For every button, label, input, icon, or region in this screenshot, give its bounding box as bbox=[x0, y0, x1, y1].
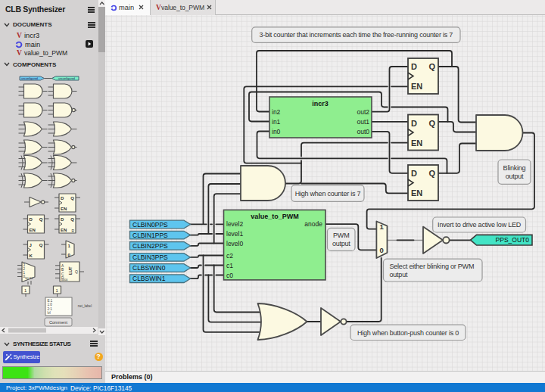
svg-text:CLBSWIN1: CLBSWIN1 bbox=[132, 275, 166, 282]
svg-text:R: R bbox=[71, 229, 74, 233]
svg-text:0000: 0000 bbox=[61, 278, 67, 282]
svg-text:output: output bbox=[390, 271, 408, 278]
svg-text:High when button-push counter: High when button-push counter is 0 bbox=[357, 329, 459, 337]
svg-text:1:0: 1:0 bbox=[48, 303, 53, 306]
svg-text:CLBIN1PPS: CLBIN1PPS bbox=[132, 232, 168, 239]
svg-text:D: D bbox=[61, 196, 64, 201]
svg-text:PWM: PWM bbox=[333, 232, 349, 239]
svg-text:CLBIN0PPS: CLBIN0PPS bbox=[132, 221, 168, 229]
svg-text:Q: Q bbox=[39, 243, 43, 247]
svg-text:c2: c2 bbox=[226, 252, 233, 260]
svg-text:Select either blinking or PWM: Select either blinking or PWM bbox=[390, 263, 475, 270]
svg-text:output: output bbox=[332, 240, 350, 247]
svg-text:Invert to drive active low LED: Invert to drive active low LED bbox=[438, 221, 522, 229]
svg-text:Q: Q bbox=[70, 217, 74, 222]
svg-text:c0: c0 bbox=[226, 272, 233, 279]
svg-text:level1: level1 bbox=[226, 230, 243, 238]
svg-text:D: D bbox=[411, 119, 417, 128]
svg-text:in1: in1 bbox=[272, 118, 281, 126]
svg-text:Blinking: Blinking bbox=[503, 164, 526, 172]
svg-text:level0: level0 bbox=[226, 240, 243, 247]
svg-text:D: D bbox=[30, 217, 33, 222]
svg-text:unconfigured: unconfigured bbox=[58, 77, 75, 80]
svg-text:out0: out0 bbox=[357, 128, 369, 135]
svg-text:1: 1 bbox=[380, 222, 385, 231]
svg-text:Q: Q bbox=[70, 196, 74, 201]
svg-text:c1: c1 bbox=[226, 262, 233, 269]
svg-text:LUT: LUT bbox=[68, 266, 73, 275]
svg-text:K: K bbox=[30, 254, 33, 258]
svg-text:net_label: net_label bbox=[78, 304, 92, 308]
svg-text:D: D bbox=[411, 62, 417, 71]
svg-text:E:1: E:1 bbox=[48, 299, 53, 303]
svg-text:lvl: lvl bbox=[48, 311, 51, 315]
svg-text:B: B bbox=[61, 268, 64, 272]
svg-text:D: D bbox=[61, 217, 64, 222]
svg-text:EN: EN bbox=[411, 188, 422, 198]
svg-text:value_to_PWM: value_to_PWM bbox=[251, 213, 299, 220]
svg-text:2:1: 2:1 bbox=[48, 307, 53, 311]
svg-text:output: output bbox=[506, 173, 524, 180]
svg-text:EN: EN bbox=[411, 82, 422, 91]
svg-text:EN: EN bbox=[61, 207, 67, 211]
svg-text:unconfigured: unconfigured bbox=[21, 77, 38, 80]
svg-text:S0 S1: S0 S1 bbox=[25, 277, 33, 280]
svg-text:out2: out2 bbox=[357, 108, 369, 116]
svg-text:3-bit counter that increments: 3-bit counter that increments each time … bbox=[260, 31, 453, 39]
svg-text:in2: in2 bbox=[272, 108, 281, 116]
svg-text:in0: in0 bbox=[272, 128, 281, 135]
svg-text:Q: Q bbox=[428, 62, 435, 71]
svg-text:incr3: incr3 bbox=[312, 100, 329, 107]
svg-text:PPS_OUT0: PPS_OUT0 bbox=[496, 236, 530, 244]
svg-text:D: D bbox=[411, 169, 417, 178]
svg-text:Q: Q bbox=[39, 217, 43, 222]
svg-text:CLBIN2PPS: CLBIN2PPS bbox=[132, 242, 168, 250]
svg-text:EN: EN bbox=[61, 228, 67, 232]
svg-text:Comment: Comment bbox=[49, 320, 67, 325]
svg-text:Q: Q bbox=[428, 169, 435, 178]
svg-text:CLBIN3PPS: CLBIN3PPS bbox=[132, 254, 168, 261]
svg-text:J: J bbox=[30, 243, 32, 247]
svg-text:CLBSWIN0: CLBSWIN0 bbox=[132, 264, 166, 272]
svg-text:out1: out1 bbox=[357, 118, 369, 126]
svg-text:EN: EN bbox=[411, 138, 422, 148]
svg-text:Q: Q bbox=[75, 269, 78, 274]
svg-text:C: C bbox=[61, 272, 64, 276]
svg-text:Q: Q bbox=[428, 119, 435, 128]
svg-text:level2: level2 bbox=[226, 220, 243, 228]
svg-text:EN: EN bbox=[30, 228, 36, 232]
svg-text:0: 0 bbox=[380, 246, 384, 254]
svg-text:anode: anode bbox=[304, 220, 322, 228]
svg-text:High when counter is 7: High when counter is 7 bbox=[295, 190, 361, 198]
